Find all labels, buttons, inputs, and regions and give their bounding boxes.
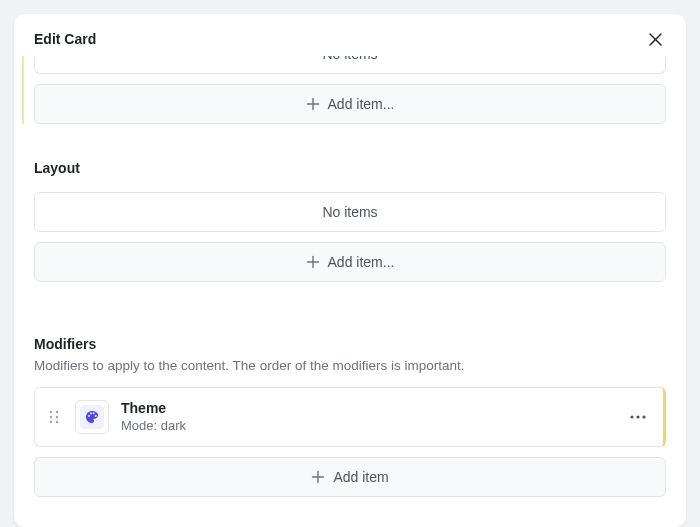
close-icon — [648, 32, 663, 47]
modifiers-add-item-label: Add item — [333, 469, 388, 485]
svg-point-13 — [636, 415, 639, 418]
modifier-subtitle: Mode: dark — [121, 418, 613, 434]
previous-add-item-button[interactable]: Add item... — [34, 84, 666, 124]
modifiers-section-title: Modifiers — [34, 336, 666, 352]
layout-add-item-button[interactable]: Add item... — [34, 242, 666, 282]
svg-point-11 — [56, 421, 58, 423]
svg-point-14 — [642, 415, 645, 418]
modal-title: Edit Card — [34, 31, 96, 47]
modifier-menu-button[interactable] — [625, 404, 651, 430]
drag-handle-icon — [48, 410, 60, 424]
modifier-thumbnail — [75, 400, 109, 434]
previous-add-item-label: Add item... — [328, 96, 395, 112]
previous-no-items: No items — [34, 56, 666, 74]
edit-card-modal: Edit Card No items Add item... Layout No… — [14, 14, 686, 527]
modifier-item[interactable]: Theme Mode: dark — [34, 387, 663, 447]
svg-point-7 — [56, 411, 58, 413]
plus-icon — [311, 470, 325, 484]
plus-icon — [306, 255, 320, 269]
modifier-text: Theme Mode: dark — [121, 400, 613, 434]
plus-icon — [306, 97, 320, 111]
modifier-name: Theme — [121, 400, 613, 418]
layout-no-items: No items — [34, 192, 666, 232]
modal-header: Edit Card — [14, 14, 686, 56]
layout-section: Layout No items Add item... — [34, 160, 666, 282]
previous-section: No items Add item... — [22, 56, 666, 124]
svg-point-8 — [50, 416, 52, 418]
modifier-item-wrap: Theme Mode: dark — [34, 387, 666, 447]
modifiers-section-description: Modifiers to apply to the content. The o… — [34, 358, 666, 373]
layout-add-item-label: Add item... — [328, 254, 395, 270]
svg-point-9 — [56, 416, 58, 418]
previous-no-items-label: No items — [322, 56, 377, 62]
modal-body: No items Add item... Layout No items Add… — [14, 56, 686, 527]
layout-no-items-label: No items — [322, 204, 377, 220]
modifiers-section: Modifiers Modifiers to apply to the cont… — [34, 336, 666, 497]
palette-icon — [84, 409, 100, 425]
svg-point-6 — [50, 411, 52, 413]
layout-section-title: Layout — [34, 160, 666, 176]
modifiers-add-item-button[interactable]: Add item — [34, 457, 666, 497]
more-horizontal-icon — [630, 415, 646, 419]
svg-point-10 — [50, 421, 52, 423]
drag-handle[interactable] — [45, 408, 63, 426]
svg-point-12 — [630, 415, 633, 418]
close-button[interactable] — [644, 28, 666, 50]
